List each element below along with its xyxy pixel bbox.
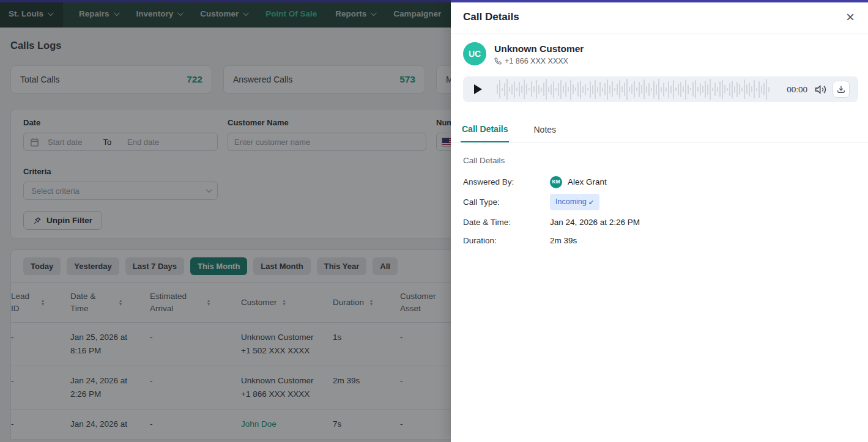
call-type-label: Call Type:	[463, 196, 550, 208]
incoming-arrow-icon: ↙	[588, 196, 594, 208]
tab-notes[interactable]: Notes	[532, 117, 557, 142]
details-section-title: Call Details	[463, 156, 856, 165]
phone-icon	[494, 57, 502, 65]
audio-player: 00:00	[463, 76, 858, 102]
tab-call-details[interactable]: Call Details	[461, 117, 509, 142]
drawer-tabs: Call Details Notes	[451, 117, 868, 142]
datetime-label: Date & Time:	[463, 216, 550, 229]
duration-label: Duration:	[463, 234, 550, 247]
playback-time: 00:00	[787, 85, 807, 94]
volume-icon[interactable]	[815, 84, 826, 95]
download-button[interactable]	[833, 81, 850, 98]
modal-backdrop[interactable]	[0, 0, 451, 442]
download-icon	[837, 85, 845, 94]
customer-phone-number: +1 866 XXX XXXX	[505, 57, 568, 65]
datetime-value: Jan 24, 2026 at 2:26 PM	[550, 216, 856, 229]
customer-name: Unknown Customer	[494, 43, 584, 54]
drawer-title: Call Details	[463, 11, 519, 23]
call-type-badge: Incoming ↙	[550, 194, 599, 210]
agent-avatar: KM	[550, 176, 562, 188]
play-button[interactable]	[474, 84, 482, 94]
duration-value: 2m 39s	[550, 234, 856, 247]
close-icon[interactable]: ×	[846, 10, 855, 24]
customer-avatar: UC	[463, 42, 486, 65]
answered-by-value: Alex Grant	[568, 175, 607, 188]
answered-by-label: Answered By:	[463, 175, 550, 188]
waveform[interactable]	[497, 78, 777, 100]
call-details-drawer: Call Details × UC Unknown Customer +1 86…	[451, 0, 868, 442]
